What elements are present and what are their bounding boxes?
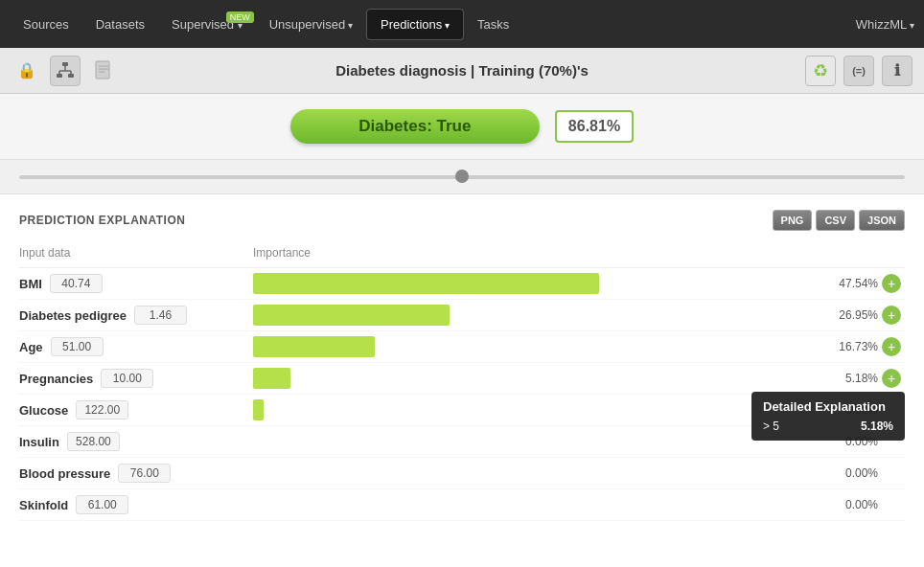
field-value: 51.00 xyxy=(51,337,104,356)
export-json-button[interactable]: JSON xyxy=(859,210,905,231)
bar-container xyxy=(253,399,797,420)
nav-datasets[interactable]: Datasets xyxy=(82,10,158,39)
bar-container xyxy=(253,494,797,515)
nav-unsupervised[interactable]: Unsupervised xyxy=(256,10,366,39)
prediction-label: Diabetes: True xyxy=(290,109,540,144)
doc-icon xyxy=(88,56,119,86)
explanation-title: PREDICTION EXPLANATION xyxy=(19,214,185,227)
field-name: BMI xyxy=(19,277,42,291)
field-value: 10.00 xyxy=(101,369,153,388)
tooltip-condition: > 5 xyxy=(763,420,779,433)
bar-container xyxy=(253,336,797,357)
tooltip-title: Detailed Explanation xyxy=(763,399,893,414)
confidence-slider[interactable] xyxy=(19,175,905,179)
col-action-header xyxy=(882,246,905,260)
field-label: Glucose 122.00 xyxy=(19,400,249,420)
main-nav: Sources Datasets Supervised NEW Unsuperv… xyxy=(0,0,924,48)
rows-container: BMI 40.74 47.54% + Diabetes pedigree 1.4… xyxy=(19,268,905,521)
tooltip-value: 5.18% xyxy=(861,420,893,433)
field-label: Age 51.00 xyxy=(19,337,249,356)
col-pct-header xyxy=(801,246,878,260)
nav-tasks[interactable]: Tasks xyxy=(464,10,522,39)
field-value: 40.74 xyxy=(50,274,103,293)
tooltip-box: Detailed Explanation > 5 5.18% xyxy=(751,392,905,441)
field-label: Insulin 528.00 xyxy=(19,432,249,451)
importance-percentage: 0.00% xyxy=(801,498,878,511)
bar-container xyxy=(253,273,797,294)
importance-bar xyxy=(253,399,264,420)
field-value: 76.00 xyxy=(118,464,171,483)
tooltip-row: > 5 5.18% xyxy=(763,420,893,433)
bar-container xyxy=(253,431,797,452)
info-icon[interactable]: ℹ xyxy=(882,56,912,86)
toolbar: 🔒 Diabetes diagnosis | Training (70%)'s … xyxy=(0,48,924,94)
nav-supervised[interactable]: Supervised NEW xyxy=(158,10,256,39)
expand-button[interactable]: + xyxy=(882,306,901,325)
code-icon[interactable]: (=) xyxy=(843,56,874,86)
field-label: Pregnancies 10.00 xyxy=(19,369,249,388)
svg-rect-0 xyxy=(62,62,68,66)
slider-thumb[interactable] xyxy=(455,170,469,183)
importance-percentage: 47.54% xyxy=(801,277,878,290)
svg-rect-7 xyxy=(96,61,109,79)
field-label: Diabetes pedigree 1.46 xyxy=(19,306,249,325)
expand-button[interactable]: + xyxy=(882,369,901,388)
lock-icon[interactable]: 🔒 xyxy=(12,56,42,86)
action-cell: + xyxy=(882,337,905,356)
importance-bar xyxy=(253,305,450,326)
nav-predictions[interactable]: Predictions xyxy=(366,9,464,40)
field-name: Pregnancies xyxy=(19,372,93,386)
export-png-button[interactable]: PNG xyxy=(773,210,813,231)
field-value: 61.00 xyxy=(76,495,128,514)
field-name: Glucose xyxy=(19,403,68,418)
toolbar-title: Diabetes diagnosis | Training (70%)'s xyxy=(127,62,797,79)
table-row: BMI 40.74 47.54% + xyxy=(19,268,905,300)
prediction-area: Diabetes: True 86.81% xyxy=(0,94,924,160)
nav-bar: Sources Datasets Supervised NEW Unsuperv… xyxy=(0,0,924,48)
field-label: Skinfold 61.00 xyxy=(19,495,249,514)
table-header: Input data Importance xyxy=(19,242,905,268)
field-name: Blood pressure xyxy=(19,466,110,481)
col-importance-header: Importance xyxy=(253,246,797,260)
table-row: Diabetes pedigree 1.46 26.95% + xyxy=(19,300,905,331)
svg-rect-1 xyxy=(57,74,62,78)
explanation-header: PREDICTION EXPLANATION PNG CSV JSON xyxy=(19,210,905,231)
explanation-section: PREDICTION EXPLANATION PNG CSV JSON Inpu… xyxy=(0,194,924,567)
expand-button[interactable]: + xyxy=(882,274,901,293)
col-input-header: Input data xyxy=(19,246,249,260)
tree-icon[interactable] xyxy=(50,56,81,86)
field-value: 528.00 xyxy=(67,432,120,451)
field-label: BMI 40.74 xyxy=(19,274,249,293)
importance-percentage: 26.95% xyxy=(801,308,878,322)
field-name: Insulin xyxy=(19,435,59,449)
action-cell: + xyxy=(882,274,905,293)
field-name: Age xyxy=(19,340,43,354)
prediction-percentage: 86.81% xyxy=(555,110,634,143)
table-row: Pregnancies 10.00 5.18% + Detailed Expla… xyxy=(19,363,905,395)
field-name: Diabetes pedigree xyxy=(19,308,127,323)
importance-percentage: 16.73% xyxy=(801,340,878,353)
expand-button[interactable]: + xyxy=(882,337,901,356)
export-buttons: PNG CSV JSON xyxy=(773,210,905,231)
bar-container xyxy=(253,463,797,484)
importance-percentage: 5.18% xyxy=(801,372,878,385)
table-row: Skinfold 61.00 0.00% xyxy=(19,489,905,521)
field-value: 1.46 xyxy=(134,306,187,325)
importance-bar xyxy=(253,336,375,357)
field-label: Blood pressure 76.00 xyxy=(19,464,249,483)
importance-percentage: 0.00% xyxy=(801,466,878,480)
confidence-area xyxy=(0,160,924,194)
svg-rect-2 xyxy=(68,74,74,78)
main-content: 🔒 Diabetes diagnosis | Training (70%)'s … xyxy=(0,48,924,567)
nav-user[interactable]: WhizzML xyxy=(856,17,914,32)
export-csv-button[interactable]: CSV xyxy=(816,210,855,231)
action-cell: + Detailed Explanation > 5 5.18% xyxy=(882,369,905,388)
refresh-icon[interactable]: ♻ xyxy=(805,56,836,86)
nav-sources[interactable]: Sources xyxy=(10,10,82,39)
table-row: Blood pressure 76.00 0.00% xyxy=(19,458,905,489)
importance-bar xyxy=(253,273,599,294)
importance-bar xyxy=(253,368,290,389)
new-badge: NEW xyxy=(226,11,254,23)
field-name: Skinfold xyxy=(19,498,68,512)
field-value: 122.00 xyxy=(76,400,128,420)
